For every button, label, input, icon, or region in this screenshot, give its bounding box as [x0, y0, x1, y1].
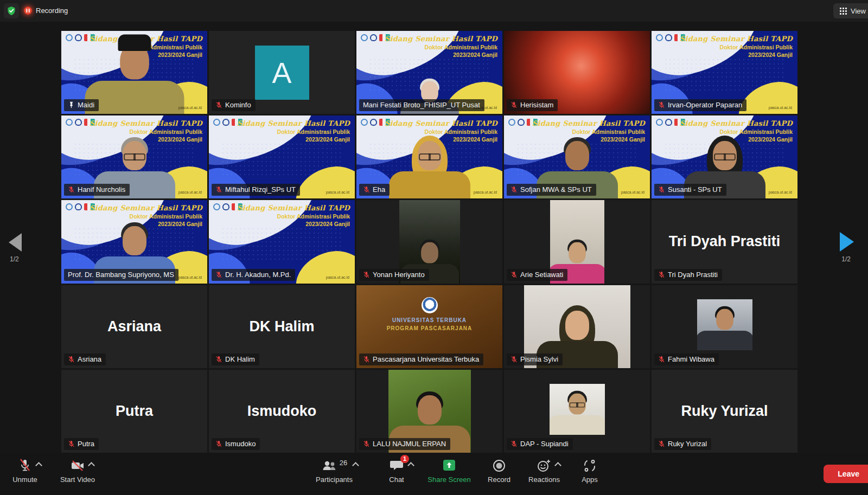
chat-options-chevron[interactable] [407, 462, 414, 469]
grid-view-icon [840, 8, 847, 15]
mic-muted-icon [68, 356, 75, 363]
logo-icon [66, 119, 73, 126]
participant-label: Tri Dyah Prastiti [654, 269, 722, 281]
video-tile[interactable]: AKominfo [209, 31, 355, 114]
video-tile[interactable]: DK HalimDK Halim [209, 285, 355, 368]
participant-label: Asriana [64, 353, 106, 365]
reactions-button[interactable]: Reactions [522, 458, 566, 484]
video-tile[interactable]: PutraPutra [61, 370, 207, 453]
mic-muted-icon [510, 356, 518, 363]
video-tile[interactable]: Sidang Seminar Hasil TAPDDoktor Administ… [356, 115, 502, 198]
mic-muted-icon [510, 440, 518, 447]
video-tile[interactable]: LALU NAJMUL ERPAN [356, 370, 502, 453]
participant-label: Prof. Dr. Bambang Supriyono, MS [64, 269, 178, 281]
participant-name: Tri Dyah Prastiti [668, 271, 718, 279]
participant-silhouette [550, 393, 605, 435]
reactions-icon [537, 459, 552, 473]
glasses [714, 153, 736, 160]
background-watermark: pasca.ut.ac.id [178, 190, 202, 194]
seminar-title: Sidang Seminar Hasil TAPDDoktor Administ… [237, 204, 350, 228]
video-options-chevron[interactable] [88, 462, 95, 469]
video-tile[interactable]: Sidang Seminar Hasil TAPDDoktor Administ… [356, 31, 502, 114]
video-tile[interactable]: Sidang Seminar Hasil TAPDDoktor Administ… [652, 31, 797, 114]
glasses [124, 153, 145, 160]
participant-name: Hanif Nurcholis [78, 185, 125, 194]
participant-label: Ismudoko [212, 438, 260, 450]
mic-muted-icon [363, 186, 370, 193]
video-tile[interactable]: Arie Setiawati [504, 200, 650, 283]
video-tile[interactable]: UNIVERSITAS TERBUKAPROGRAM PASCASARJANAP… [356, 285, 502, 368]
video-gallery-grid: Sidang Seminar Hasil TAPDDoktor Administ… [61, 31, 797, 453]
participant-name: Miftahul Rizqi_SPs UT [225, 185, 296, 194]
logo-icon [370, 119, 377, 126]
video-tile[interactable]: Sidang Seminar Hasil TAPDDoktor Administ… [61, 115, 207, 198]
participant-label: Ruky Yurizal [654, 438, 711, 450]
background-watermark: pasca.ut.ac.id [474, 190, 497, 194]
video-tile[interactable]: Sidang Seminar Hasil TAPDDoktor Administ… [504, 115, 650, 198]
meeting-toolbar: Unmute Start Video 26 Participants [0, 453, 868, 495]
video-tile-active-speaker[interactable]: Sidang Seminar Hasil TAPDDoktor Administ… [61, 31, 207, 114]
start-video-button[interactable]: Start Video [53, 458, 102, 484]
video-tile[interactable]: Herisistam [504, 31, 650, 114]
participant-label: Pismia Sylvi [507, 353, 563, 365]
participant-name: Kominfo [225, 101, 251, 109]
participant-label: DK Halim [212, 353, 259, 365]
participant-name: Fahmi Wibawa [668, 355, 714, 363]
participants-icon [321, 459, 337, 472]
security-shield-icon[interactable] [4, 3, 19, 18]
mic-muted-icon [658, 271, 665, 278]
record-icon [492, 459, 506, 473]
apps-button[interactable]: Apps [574, 458, 605, 484]
mic-muted-icon [658, 440, 665, 447]
reactions-options-chevron[interactable] [554, 462, 561, 469]
mic-muted-icon [215, 271, 222, 278]
unmute-button[interactable]: Unmute [5, 458, 44, 484]
participant-name: DAP - Supiandi [520, 440, 569, 448]
video-tile[interactable]: Pismia Sylvi [504, 285, 650, 368]
video-tile[interactable]: Sidang Seminar Hasil TAPDDoktor Administ… [209, 115, 355, 198]
video-tile[interactable]: Yonan Heriyanto [356, 200, 502, 283]
mic-muted-icon [363, 356, 370, 363]
logo-icon [518, 119, 525, 126]
video-tile[interactable]: Sidang Seminar Hasil TAPDDoktor Administ… [209, 200, 355, 283]
participant-label: LALU NAJMUL ERPAN [359, 438, 450, 450]
video-tile[interactable]: DAP - Supiandi [504, 370, 650, 453]
participants-button[interactable]: 26 Participants [308, 458, 360, 484]
next-page-arrow[interactable] [840, 232, 854, 252]
participants-options-chevron[interactable] [352, 462, 359, 469]
record-button[interactable]: Record [482, 458, 516, 484]
mic-muted-icon [363, 440, 370, 447]
participant-silhouette [386, 140, 473, 198]
chat-button[interactable]: 1 Chat [380, 458, 413, 484]
leave-button[interactable]: Leave [824, 465, 868, 483]
participant-name: Maidi [78, 101, 94, 109]
video-tile[interactable]: IsmudokoIsmudoko [209, 370, 355, 453]
video-tile[interactable]: Ruky YurizalRuky Yurizal [652, 370, 797, 453]
glasses [569, 402, 585, 407]
recording-indicator-icon[interactable] [24, 7, 32, 15]
participant-label: Irvan-Operator Paparan [654, 99, 746, 111]
logo-icon [370, 34, 377, 41]
background-watermark: pasca.ut.ac.id [326, 275, 349, 279]
mic-muted-icon [215, 440, 222, 447]
video-tile[interactable]: AsrianaAsriana [61, 285, 207, 368]
view-button[interactable]: View [833, 3, 868, 18]
unmute-options-chevron[interactable] [35, 462, 42, 469]
mic-muted-icon [658, 356, 665, 363]
video-tile[interactable]: Tri Dyah PrastitiTri Dyah Prastiti [652, 200, 797, 283]
video-tile[interactable]: Sidang Seminar Hasil TAPDDoktor Administ… [61, 200, 207, 283]
chat-label: Chat [389, 475, 404, 484]
video-tile[interactable]: Fahmi Wibawa [652, 285, 797, 368]
previous-page-arrow[interactable] [9, 233, 22, 252]
logo-icon [75, 119, 82, 126]
spotlight-icon [68, 101, 75, 108]
logo-icon [656, 119, 663, 126]
start-video-label: Start Video [60, 475, 95, 484]
logo-icon [361, 119, 368, 126]
share-screen-button[interactable]: Share Screen [418, 458, 481, 484]
seminar-title: Sidang Seminar Hasil TAPDDoktor Administ… [237, 119, 350, 143]
background-watermark: pasca.ut.ac.id [621, 190, 644, 194]
video-tile[interactable]: Sidang Seminar Hasil TAPDDoktor Administ… [652, 115, 797, 198]
background-watermark: pasca.ut.ac.id [769, 190, 792, 194]
seminar-title: Sidang Seminar Hasil TAPDDoktor Administ… [385, 35, 497, 59]
